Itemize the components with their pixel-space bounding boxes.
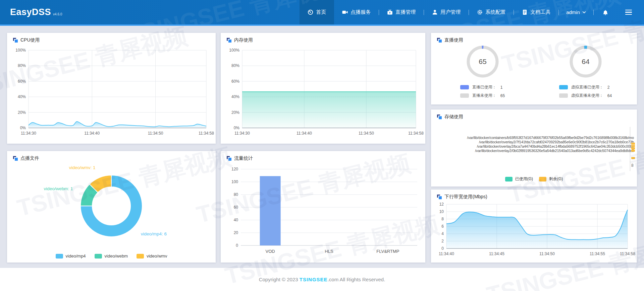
- svg-text:11:34:58: 11:34:58: [408, 131, 424, 136]
- nav-item-live-management[interactable]: 直播管理: [379, 0, 424, 24]
- svg-text:80: 80: [234, 192, 238, 197]
- legend-swatch: [539, 177, 546, 181]
- panel-title-icon: [13, 156, 18, 161]
- panel-title-text: 直播使用: [444, 37, 463, 43]
- storage-path: /var/lib/docker/containers/b93f553f27d16…: [432, 136, 634, 140]
- panel-title-text: 流量统计: [234, 155, 253, 161]
- legend-row: 直播未使用： 65: [460, 93, 505, 98]
- downlink-bandwidth-panel: 下行带宽使用(Mbps) 11:34:4011:34:4511:34:5011:…: [431, 190, 637, 263]
- legend-item: 已使用(G): [505, 176, 533, 182]
- footer: Copyright © 2023 TSINGSEE.com All Rights…: [0, 268, 644, 291]
- svg-text:64: 64: [582, 58, 590, 65]
- svg-text:video/webm: 1: video/webm: 1: [44, 186, 73, 191]
- copyright-text: Copyright © 2023 TSINGSEE.com All Rights…: [259, 277, 385, 282]
- bandwidth-area-chart: 11:34:4011:34:4511:34:5011:34:5511:34:58…: [436, 202, 632, 259]
- nav-item-system-config[interactable]: 系统配置: [469, 0, 514, 24]
- nav-label: 直播管理: [395, 9, 416, 15]
- vod-files-panel: 点播文件 video/mp4: 6video/webm: 1video/wmv:…: [7, 151, 216, 263]
- svg-text:100%: 100%: [229, 48, 239, 53]
- panel-title-text: 内存使用: [234, 37, 253, 43]
- svg-text:20: 20: [234, 230, 238, 235]
- storage-path: /var/lib/docker/overlay2/bca7a44740bd4a2…: [432, 144, 634, 149]
- legend-item: video/wmv: [137, 253, 167, 259]
- nav-item-doc-tools[interactable]: 文档工具: [514, 0, 558, 24]
- legend-value: 64: [607, 93, 612, 98]
- panel-title: 流量统计: [227, 155, 253, 161]
- traffic-bar-chart: 020406080100120VODHLSFLV&RTMP: [226, 164, 420, 258]
- legend-swatch: [559, 85, 568, 89]
- svg-text:80%: 80%: [18, 63, 26, 68]
- legend-value: 2: [607, 85, 610, 90]
- app-name: EasyDSS: [10, 7, 51, 17]
- hamburger-menu-button[interactable]: [622, 10, 635, 15]
- memory-area-chart: 11:34:3011:34:4011:34:5011:34:580%20%40%…: [226, 46, 420, 139]
- panel-title-icon: [437, 195, 442, 199]
- svg-text:HLS: HLS: [325, 249, 333, 254]
- dashboard-page: TSINGSEE 青犀视频 TSINGSEE 青犀视频 EasyDSS v4.6…: [0, 0, 644, 291]
- vod-files-donut-chart: video/mp4: 6video/webm: 1video/wmv: 1: [12, 164, 210, 248]
- svg-text:video/wmv: 1: video/wmv: 1: [69, 165, 96, 170]
- svg-text:11:34:40: 11:34:40: [297, 131, 312, 136]
- svg-text:video/mp4: 6: video/mp4: 6: [141, 231, 167, 236]
- nav-item-vod-service[interactable]: 点播服务: [334, 0, 379, 24]
- legend-row: 虚拟直播未使用： 64: [559, 93, 612, 98]
- brand-logo-text: TSINGSEE: [300, 277, 328, 282]
- svg-text:11:34:58: 11:34:58: [199, 131, 214, 136]
- vod-files-legend: video/mp4 video/webm video/wmv: [7, 253, 216, 259]
- storage-path: /var/lib/docker/overlay2/7f141fda72cafd0…: [432, 140, 634, 144]
- svg-text:2: 2: [441, 239, 444, 243]
- virtual-live-usage-gauge: 64: [568, 44, 603, 79]
- notifications-button[interactable]: [594, 0, 617, 24]
- legend-label: 虚拟直播已使用：: [571, 84, 603, 90]
- panel-title-text: 点播文件: [20, 155, 39, 161]
- storage-bar-fragment: [631, 157, 635, 159]
- document-icon: [522, 9, 528, 15]
- legend-label: video/wmv: [147, 253, 167, 259]
- svg-text:8: 8: [441, 217, 444, 221]
- svg-text:40%: 40%: [231, 94, 239, 99]
- user-menu[interactable]: admin: [559, 0, 593, 24]
- legend-swatch: [56, 254, 63, 259]
- cpu-usage-panel: CPU使用 11:34:3011:34:4011:34:5011:34:580%…: [7, 33, 216, 144]
- nav-item-home[interactable]: 首页: [300, 0, 334, 24]
- top-navbar: TSINGSEE 青犀视频 TSINGSEE 青犀视频 EasyDSS v4.6…: [0, 0, 644, 24]
- live-tv-icon: [387, 9, 393, 15]
- panel-title-text: 下行带宽使用(Mbps): [444, 194, 487, 200]
- nav-label: 点播服务: [351, 9, 371, 15]
- svg-text:0: 0: [236, 243, 238, 248]
- svg-text:11:34:40: 11:34:40: [439, 251, 454, 256]
- panel-title-icon: [227, 38, 231, 43]
- svg-text:11:34:30: 11:34:30: [234, 131, 250, 136]
- traffic-stats-panel: 流量统计 020406080100120VODHLSFLV&RTMP: [221, 151, 425, 263]
- svg-text:11:34:50: 11:34:50: [148, 131, 163, 136]
- svg-text:11:34:58: 11:34:58: [620, 251, 635, 256]
- legend-swatch: [95, 254, 102, 259]
- bell-icon: [602, 9, 608, 15]
- legend-swatch: [460, 93, 469, 98]
- legend-value: 65: [500, 93, 505, 98]
- copyright-prefix: Copyright © 2023: [259, 277, 300, 282]
- legend-swatch: [559, 93, 568, 98]
- svg-text:100: 100: [231, 179, 238, 184]
- svg-text:80%: 80%: [231, 63, 239, 68]
- svg-text:11:34:40: 11:34:40: [84, 131, 100, 136]
- storage-legend: 已使用(G) 剩余(G): [431, 176, 637, 182]
- svg-text:11:34:50: 11:34:50: [359, 131, 374, 136]
- storage-bar-fragment: [631, 143, 635, 145]
- live-usage-panel: 直播使用 65 直播已使用： 1 直播未使用： 65: [431, 33, 637, 104]
- username: admin: [566, 9, 580, 15]
- panel-title-text: 存储使用: [444, 114, 463, 120]
- vod-camera-icon: [342, 9, 348, 15]
- panel-title: 直播使用: [437, 37, 463, 43]
- svg-text:FLV&RTMP: FLV&RTMP: [376, 249, 399, 254]
- storage-x-tick: 8: [631, 163, 634, 168]
- nav-item-user-management[interactable]: 用户管理: [424, 0, 469, 24]
- svg-text:60%: 60%: [231, 79, 239, 84]
- legend-label: video/mp4: [66, 253, 86, 259]
- gear-icon: [477, 9, 483, 15]
- legend-label: 已使用(G): [515, 176, 533, 182]
- main-nav: 首页 点播服务 直播管理: [300, 0, 635, 24]
- svg-text:20%: 20%: [18, 110, 26, 115]
- user-icon: [432, 9, 438, 15]
- storage-usage-panel: 存储使用 /var/lib/docker/containers/b93f553f…: [431, 110, 637, 187]
